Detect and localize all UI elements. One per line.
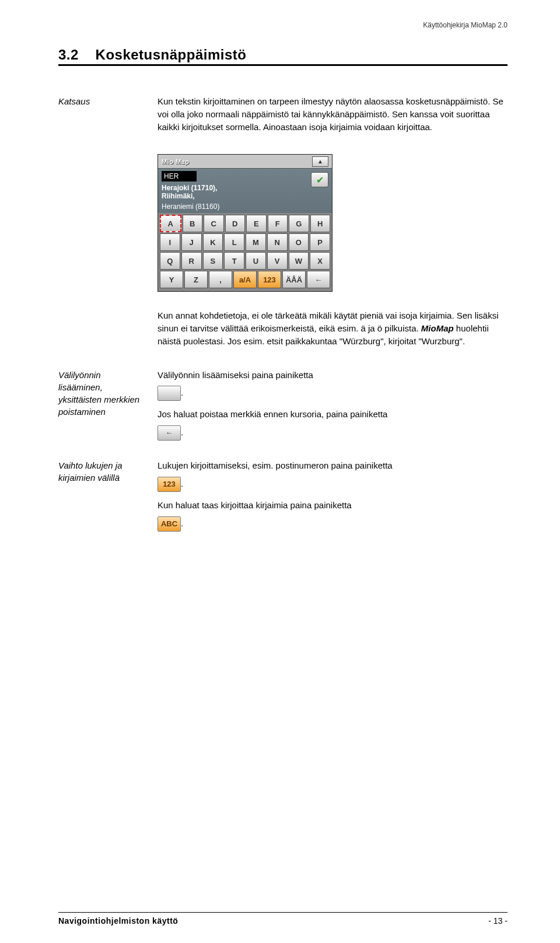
label-vali: Välilyönnin lisääminen, yksittäisten mer…	[58, 369, 158, 442]
key-g[interactable]: G	[289, 215, 309, 232]
key-t[interactable]: T	[224, 252, 244, 270]
katsaus-p1: Kun tekstin kirjoittaminen on tarpeen il…	[158, 95, 508, 133]
suggestion-item[interactable]: Riihimäki,	[162, 192, 328, 200]
screenshot-topbar: Mio Map ▲	[158, 155, 332, 169]
row-para2: Kun annat kohdetietoja, ei ole tärkeätä …	[58, 309, 508, 351]
vali-p2: Jos haluat poistaa merkkiä ennen kursori…	[158, 408, 508, 421]
key-comma[interactable]: ,	[209, 271, 232, 288]
screenshot-keyboard: Mio Map ▲ HER ✔ Herajoki (11710), Riihim…	[158, 154, 332, 292]
label-katsaus: Katsaus	[58, 95, 158, 137]
key-backspace[interactable]: ←	[307, 271, 330, 288]
key-u[interactable]: U	[246, 252, 266, 270]
row-vaihto: Vaihto lukujen ja kirjaimien välillä Luk…	[58, 459, 508, 533]
key-n[interactable]: N	[267, 233, 288, 251]
row-katsaus: Katsaus Kun tekstin kirjoittaminen on ta…	[58, 95, 508, 137]
key-x[interactable]: X	[310, 252, 330, 270]
key-i[interactable]: I	[160, 233, 180, 251]
section-heading: 3.2 Kosketusnäppäimistö	[58, 47, 508, 66]
row-vali: Välilyönnin lisääminen, yksittäisten mer…	[58, 369, 508, 442]
key-v[interactable]: V	[267, 252, 288, 270]
key-c[interactable]: C	[204, 215, 224, 232]
key-special[interactable]: ÄÅÄ	[282, 271, 306, 288]
key-123[interactable]: 123	[258, 271, 281, 288]
content-vali: Välilyönnin lisäämiseksi paina painikett…	[158, 369, 508, 442]
section-title: Kosketusnäppäimistö	[96, 47, 247, 62]
key-s[interactable]: S	[203, 252, 223, 270]
key-z[interactable]: Z	[184, 271, 208, 288]
suggestion-item[interactable]: Herajoki (11710),	[162, 184, 328, 192]
arrow-up-icon[interactable]: ▲	[312, 156, 328, 167]
brand-name: MioMap	[421, 323, 454, 333]
page-footer: Navigointiohjelmiston käyttö - 13 -	[58, 912, 508, 925]
key-case[interactable]: a/A	[233, 271, 257, 288]
key-f[interactable]: F	[268, 215, 288, 232]
key-d[interactable]: D	[225, 215, 246, 232]
label-vaihto: Vaihto lukujen ja kirjaimien välillä	[58, 459, 158, 533]
screenshot-keyboard-grid: A B C D E F G H I J K L M N O P Q R S T …	[158, 213, 332, 291]
footer-page: - 13 -	[488, 916, 508, 925]
section-number: 3.2	[58, 47, 79, 62]
key-y[interactable]: Y	[160, 271, 183, 288]
content-vaihto: Lukujen kirjoittamiseksi, esim. postinum…	[158, 459, 508, 533]
vali-p1: Välilyönnin lisäämiseksi paina painikett…	[158, 369, 508, 382]
checkmark-icon[interactable]: ✔	[311, 172, 328, 187]
screenshot-list: HER ✔ Herajoki (11710), Riihimäki, Heran…	[158, 169, 332, 213]
vaihto-p1: Lukujen kirjoittamiseksi, esim. postinum…	[158, 459, 508, 472]
key-l[interactable]: L	[224, 233, 244, 251]
key-p[interactable]: P	[310, 233, 330, 251]
numeric-mode-button-icon[interactable]: 123	[158, 477, 181, 492]
key-j[interactable]: J	[181, 233, 202, 251]
screenshot-logo: Mio Map	[162, 158, 190, 165]
key-h[interactable]: H	[310, 215, 331, 232]
doc-title: Käyttöohjekirja MioMap 2.0	[423, 21, 508, 29]
para2: Kun annat kohdetietoja, ei ole tärkeätä …	[158, 309, 508, 347]
key-a[interactable]: A	[160, 215, 181, 232]
content-katsaus: Kun tekstin kirjoittaminen on tarpeen il…	[158, 95, 508, 137]
key-k[interactable]: K	[203, 233, 223, 251]
backspace-button-icon[interactable]: ←	[158, 425, 181, 441]
space-button-icon[interactable]	[158, 386, 181, 401]
key-b[interactable]: B	[183, 215, 203, 232]
key-e[interactable]: E	[246, 215, 267, 232]
doc-header: Käyttöohjekirja MioMap 2.0	[58, 21, 508, 29]
key-r[interactable]: R	[181, 252, 202, 270]
vaihto-p2: Kun haluat taas kirjoittaa kirjaimia pai…	[158, 499, 508, 512]
key-q[interactable]: Q	[160, 252, 180, 270]
screenshot-input[interactable]: HER	[162, 171, 197, 181]
key-o[interactable]: O	[289, 233, 309, 251]
footer-left: Navigointiohjelmiston käyttö	[58, 916, 178, 925]
key-m[interactable]: M	[246, 233, 266, 251]
suggestion-item[interactable]: Heraniemi (81160)	[162, 202, 328, 211]
key-w[interactable]: W	[289, 252, 309, 270]
alpha-mode-button-icon[interactable]: ABC	[158, 516, 181, 532]
